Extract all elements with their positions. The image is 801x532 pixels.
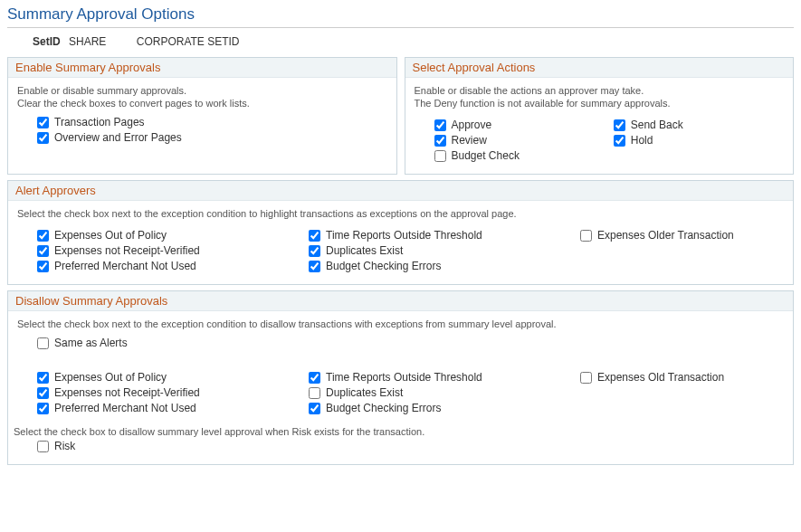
send-back-label: Send Back — [631, 119, 683, 131]
alert-out-of-policy-checkbox[interactable] — [37, 230, 49, 242]
setid-value: SHARE — [69, 35, 106, 48]
disallow-summary-approvals-title: Disallow Summary Approvals — [8, 291, 793, 311]
disallow-pref-merchant-label: Preferred Merchant Not Used — [54, 402, 196, 414]
same-as-alerts-label: Same as Alerts — [54, 337, 128, 349]
approve-label: Approve — [452, 119, 492, 131]
overview-error-pages-label: Overview and Error Pages — [54, 131, 182, 144]
risk-label: Risk — [54, 440, 75, 452]
disallow-old-trans-checkbox[interactable] — [580, 372, 592, 384]
alert-pref-merchant-label: Preferred Merchant Not Used — [54, 260, 196, 272]
enable-summary-approvals-title: Enable Summary Approvals — [8, 58, 396, 78]
risk-checkbox[interactable] — [37, 441, 49, 452]
corporate-setid-label: CORPORATE SETID — [137, 35, 240, 48]
disallow-pref-merchant-checkbox[interactable] — [37, 403, 49, 414]
disallow-time-reports-label: Time Reports Outside Threshold — [326, 371, 482, 384]
disallow-risk-help: Select the check box to disallow summary… — [14, 426, 784, 437]
alert-approvers-help: Select the check box next to the excepti… — [17, 208, 784, 219]
transaction-pages-label: Transaction Pages — [54, 116, 145, 128]
alert-time-reports-label: Time Reports Outside Threshold — [326, 229, 482, 242]
budget-check-checkbox[interactable] — [434, 150, 446, 162]
disallow-budget-errors-checkbox[interactable] — [309, 403, 320, 414]
disallow-duplicates-label: Duplicates Exist — [326, 386, 403, 399]
setid-label: SetID — [33, 35, 61, 48]
disallow-old-trans-label: Expenses Old Transaction — [597, 371, 724, 384]
alert-not-receipt-checkbox[interactable] — [37, 245, 49, 257]
alert-budget-errors-label: Budget Checking Errors — [326, 260, 441, 272]
hold-label: Hold — [631, 134, 653, 147]
disallow-time-reports-checkbox[interactable] — [309, 372, 320, 384]
select-approval-actions-title: Select Approval Actions — [405, 58, 794, 78]
alert-older-trans-label: Expenses Older Transaction — [597, 229, 734, 242]
approval-actions-help1: Enable or disable the actions an approve… — [415, 85, 785, 96]
hold-checkbox[interactable] — [614, 135, 625, 147]
alert-duplicates-label: Duplicates Exist — [326, 244, 403, 257]
budget-check-label: Budget Check — [452, 149, 520, 162]
disallow-budget-errors-label: Budget Checking Errors — [326, 402, 441, 414]
disallow-out-of-policy-label: Expenses Out of Policy — [54, 371, 167, 384]
enable-summary-approvals-group: Enable Summary Approvals Enable or disab… — [7, 57, 397, 175]
approve-checkbox[interactable] — [434, 119, 446, 131]
title-separator — [7, 27, 794, 28]
review-checkbox[interactable] — [434, 135, 446, 147]
disallow-out-of-policy-checkbox[interactable] — [37, 372, 49, 384]
alert-approvers-group: Alert Approvers Select the check box nex… — [7, 180, 794, 285]
header-row: SetID SHARE CORPORATE SETID — [33, 35, 794, 48]
alert-not-receipt-label: Expenses not Receipt-Verified — [54, 244, 200, 257]
disallow-duplicates-checkbox[interactable] — [309, 387, 320, 399]
select-approval-actions-group: Select Approval Actions Enable or disabl… — [405, 57, 795, 175]
review-label: Review — [452, 134, 487, 147]
disallow-not-receipt-label: Expenses not Receipt-Verified — [54, 386, 200, 399]
enable-summary-help2: Clear the check boxes to convert pages t… — [17, 98, 387, 109]
alert-duplicates-checkbox[interactable] — [309, 245, 320, 257]
disallow-summary-approvals-group: Disallow Summary Approvals Select the ch… — [7, 290, 794, 465]
alert-pref-merchant-checkbox[interactable] — [37, 261, 49, 272]
alert-older-trans-checkbox[interactable] — [580, 230, 592, 242]
alert-time-reports-checkbox[interactable] — [309, 230, 320, 242]
overview-error-pages-checkbox[interactable] — [37, 132, 49, 144]
send-back-checkbox[interactable] — [614, 119, 625, 131]
alert-budget-errors-checkbox[interactable] — [309, 261, 320, 272]
enable-summary-help1: Enable or disable summary approvals. — [17, 85, 387, 96]
approval-actions-help2: The Deny function is not available for s… — [415, 98, 785, 109]
alert-approvers-title: Alert Approvers — [8, 181, 793, 201]
disallow-not-receipt-checkbox[interactable] — [37, 387, 49, 399]
same-as-alerts-checkbox[interactable] — [37, 337, 49, 349]
disallow-help1: Select the check box next to the excepti… — [17, 318, 784, 329]
transaction-pages-checkbox[interactable] — [37, 117, 49, 128]
alert-out-of-policy-label: Expenses Out of Policy — [54, 229, 167, 242]
page-title: Summary Approval Options — [7, 5, 794, 24]
